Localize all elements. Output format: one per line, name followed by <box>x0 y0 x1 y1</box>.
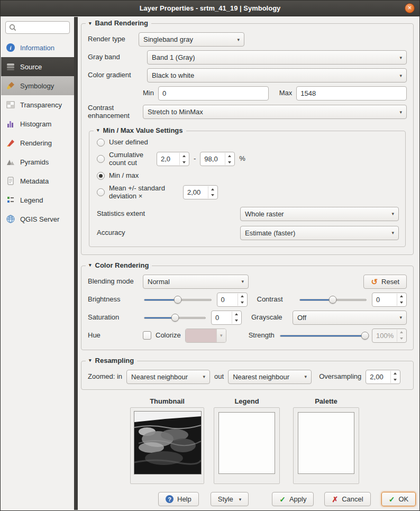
colorize-checkbox[interactable] <box>143 331 151 340</box>
spinner-buttons[interactable] <box>397 294 406 306</box>
spinner-buttons[interactable] <box>390 371 399 383</box>
chevron-down-icon: ▾ <box>386 211 394 216</box>
chevron-down-icon: ▾ <box>239 497 242 502</box>
color-rendering-header[interactable]: ▾ Color Rendering <box>86 261 152 269</box>
contrast-slider[interactable] <box>298 293 368 307</box>
sidebar-item-label: Symbology <box>20 82 54 90</box>
slider-handle[interactable] <box>171 314 179 322</box>
zoomed-in-select[interactable]: Nearest neighbour ▾ <box>126 370 210 384</box>
saturation-spinbox[interactable]: 0 <box>211 311 242 325</box>
saturation-slider[interactable] <box>143 311 207 325</box>
spinner-buttons[interactable] <box>232 312 241 324</box>
sidebar-item-qgis-server[interactable]: QGIS Server <box>1 209 74 229</box>
percent-label: % <box>239 155 245 163</box>
sidebar-item-histogram[interactable]: Histogram <box>1 114 74 133</box>
sidebar-item-label: Pyramids <box>20 158 49 166</box>
collapse-icon: ▾ <box>89 358 92 363</box>
brightness-label: Brightness <box>88 296 139 304</box>
colorize-color-swatch[interactable]: ▾ <box>185 328 226 343</box>
render-type-label: Render type <box>88 35 134 43</box>
oversampling-spinbox[interactable]: 2,00 <box>366 370 400 384</box>
chevron-down-icon: ▾ <box>232 37 240 42</box>
sidebar-item-label: Source <box>20 63 42 71</box>
cumulative-max-value: 98,0 <box>204 155 217 163</box>
contrast-spinbox[interactable]: 0 <box>372 293 407 307</box>
search-input[interactable] <box>5 21 70 34</box>
blending-mode-value: Normal <box>148 278 170 286</box>
spinner-buttons[interactable] <box>397 330 406 342</box>
reset-button[interactable]: ↺ Reset <box>363 275 407 289</box>
apply-label: Apply <box>289 495 307 503</box>
contrast-enhancement-select[interactable]: Stretch to MinMax ▾ <box>143 105 407 119</box>
group-title-text: Color Rendering <box>95 261 149 269</box>
band-rendering-group-header[interactable]: ▾ Band Rendering <box>86 19 151 27</box>
sidebar-item-metadata[interactable]: Metadata <box>1 171 74 190</box>
spinner-buttons[interactable] <box>208 186 217 198</box>
panel-divider <box>74 17 78 510</box>
render-type-select[interactable]: Singleband gray ▾ <box>139 32 244 47</box>
cancel-button[interactable]: ✗ Cancel <box>324 492 370 506</box>
min-input[interactable]: 0 <box>158 86 269 101</box>
chevron-down-icon: ▾ <box>394 73 402 78</box>
color-gradient-select[interactable]: Black to white ▾ <box>147 68 407 83</box>
cumulative-min-spinbox[interactable]: 2,0 <box>157 152 189 166</box>
brightness-slider[interactable] <box>143 293 213 307</box>
accuracy-select[interactable]: Estimate (faster) ▾ <box>240 226 399 240</box>
spinner-buttons[interactable] <box>179 153 188 165</box>
sidebar-item-rendering[interactable]: Rendering <box>1 133 74 152</box>
min-max-radio[interactable] <box>97 172 105 180</box>
sidebar-item-legend[interactable]: Legend <box>1 190 74 209</box>
minmax-settings-header[interactable]: ▾ Min / Max Value Settings <box>94 126 186 134</box>
sidebar-item-pyramids[interactable]: Pyramids <box>1 152 74 171</box>
sidebar-item-label: Information <box>20 44 54 52</box>
ok-button[interactable]: ✓ OK <box>381 492 416 506</box>
mean-std-radio[interactable] <box>97 188 105 196</box>
chevron-down-icon: ▾ <box>394 315 402 320</box>
close-icon[interactable]: × <box>405 3 415 13</box>
strength-slider[interactable] <box>279 328 368 343</box>
strength-spinbox[interactable]: 100% <box>372 328 407 343</box>
rendering-icon <box>6 138 15 148</box>
brightness-spinbox[interactable]: 0 <box>217 293 248 307</box>
color-gradient-value: Black to white <box>152 71 194 79</box>
sidebar-item-label: Histogram <box>20 120 51 128</box>
cumulative-count-cut-radio[interactable] <box>97 155 105 163</box>
grayscale-select[interactable]: Off ▾ <box>293 311 407 325</box>
user-defined-radio[interactable] <box>97 139 105 147</box>
sidebar-item-source[interactable]: Source <box>1 57 74 76</box>
help-button[interactable]: ? Help <box>158 492 199 506</box>
legend-header: Legend <box>214 397 280 405</box>
contrast-value: 0 <box>376 296 380 304</box>
thumbnail-image <box>134 411 202 474</box>
apply-button[interactable]: ✓ Apply <box>272 492 314 506</box>
chevron-down-icon: ▾ <box>236 279 244 284</box>
mean-std-spinbox[interactable]: 2,00 <box>183 185 218 199</box>
help-label: Help <box>177 495 191 503</box>
sidebar-item-transparency[interactable]: Transparency <box>1 95 74 114</box>
style-button[interactable]: Style ▾ <box>211 492 249 506</box>
max-input[interactable]: 1548 <box>296 86 407 101</box>
slider-handle[interactable] <box>329 296 337 304</box>
sidebar-item-symbology[interactable]: Symbology <box>1 76 74 95</box>
contrast-enhancement-value: Stretch to MinMax <box>148 108 203 116</box>
sidebar-item-information[interactable]: i Information <box>1 38 74 57</box>
spinner-buttons[interactable] <box>225 153 234 165</box>
slider-handle[interactable] <box>361 332 369 340</box>
sidebar-item-label: Metadata <box>20 177 49 185</box>
range-dash: - <box>194 155 196 163</box>
resampling-header[interactable]: ▾ Resampling <box>86 357 137 364</box>
titlebar[interactable]: Layer Properties - srtm_41_19 | Symbolog… <box>1 1 419 16</box>
dialog-button-bar: ? Help Style ▾ ✓ Apply ✗ Cancel ✓ OK <box>158 492 414 506</box>
apply-check-icon: ✓ <box>279 495 286 504</box>
zoomed-out-select[interactable]: Nearest neighbour ▾ <box>228 370 312 384</box>
saturation-label: Saturation <box>88 314 139 322</box>
blending-mode-select[interactable]: Normal ▾ <box>143 275 249 289</box>
gray-band-select[interactable]: Band 1 (Gray) ▾ <box>147 50 407 65</box>
palette-box <box>293 407 359 484</box>
cumulative-max-spinbox[interactable]: 98,0 <box>200 152 235 166</box>
grayscale-label: Grayscale <box>251 314 288 322</box>
slider-handle[interactable] <box>174 296 181 304</box>
strength-value: 100% <box>376 332 394 340</box>
spinner-buttons[interactable] <box>238 294 246 306</box>
statistics-extent-select[interactable]: Whole raster ▾ <box>240 207 399 221</box>
